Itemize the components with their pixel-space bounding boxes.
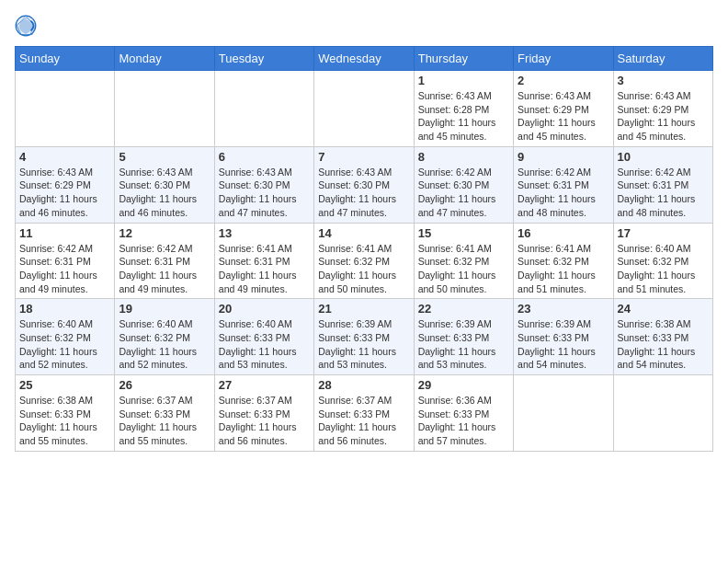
calendar-cell: 5Sunrise: 6:43 AMSunset: 6:30 PMDaylight…: [115, 146, 214, 223]
day-info: Sunrise: 6:39 AMSunset: 6:33 PMDaylight:…: [418, 317, 509, 372]
day-number: 10: [618, 150, 709, 164]
day-number: 24: [618, 302, 709, 316]
day-number: 8: [418, 150, 509, 164]
day-number: 21: [318, 302, 409, 316]
day-number: 17: [618, 226, 709, 240]
day-number: 4: [19, 150, 110, 164]
logo: [15, 15, 40, 37]
week-row-4: 18Sunrise: 6:40 AMSunset: 6:32 PMDayligh…: [16, 299, 713, 375]
day-number: 19: [119, 302, 210, 316]
day-number: 20: [219, 302, 310, 316]
day-number: 26: [119, 378, 210, 392]
calendar-table: SundayMondayTuesdayWednesdayThursdayFrid…: [15, 46, 713, 452]
calendar-cell: 16Sunrise: 6:41 AMSunset: 6:32 PMDayligh…: [514, 223, 613, 299]
day-info: Sunrise: 6:41 AMSunset: 6:32 PMDaylight:…: [518, 242, 609, 296]
calendar-cell: 9Sunrise: 6:42 AMSunset: 6:31 PMDaylight…: [514, 146, 613, 223]
day-info: Sunrise: 6:38 AMSunset: 6:33 PMDaylight:…: [19, 394, 110, 448]
day-number: 14: [318, 226, 409, 240]
calendar-cell: 21Sunrise: 6:39 AMSunset: 6:33 PMDayligh…: [314, 299, 414, 375]
calendar-cell: [115, 71, 214, 147]
calendar-cell: 26Sunrise: 6:37 AMSunset: 6:33 PMDayligh…: [115, 375, 214, 452]
day-info: Sunrise: 6:40 AMSunset: 6:32 PMDaylight:…: [618, 242, 709, 296]
calendar-cell: 10Sunrise: 6:42 AMSunset: 6:31 PMDayligh…: [613, 146, 712, 223]
week-row-2: 4Sunrise: 6:43 AMSunset: 6:29 PMDaylight…: [16, 146, 713, 223]
day-number: 25: [19, 378, 110, 392]
calendar-cell: 15Sunrise: 6:41 AMSunset: 6:32 PMDayligh…: [414, 223, 513, 299]
day-info: Sunrise: 6:38 AMSunset: 6:33 PMDaylight:…: [618, 317, 709, 372]
calendar-cell: 1Sunrise: 6:43 AMSunset: 6:28 PMDaylight…: [414, 71, 513, 147]
day-info: Sunrise: 6:43 AMSunset: 6:30 PMDaylight:…: [119, 166, 210, 220]
calendar-cell: 22Sunrise: 6:39 AMSunset: 6:33 PMDayligh…: [414, 299, 513, 375]
week-row-3: 11Sunrise: 6:42 AMSunset: 6:31 PMDayligh…: [16, 223, 713, 299]
day-info: Sunrise: 6:42 AMSunset: 6:31 PMDaylight:…: [19, 242, 110, 296]
day-header-tuesday: Tuesday: [214, 47, 313, 71]
day-info: Sunrise: 6:41 AMSunset: 6:31 PMDaylight:…: [219, 242, 310, 296]
header-row: SundayMondayTuesdayWednesdayThursdayFrid…: [16, 47, 713, 71]
day-info: Sunrise: 6:41 AMSunset: 6:32 PMDaylight:…: [418, 242, 509, 296]
day-info: Sunrise: 6:40 AMSunset: 6:33 PMDaylight:…: [219, 317, 310, 372]
calendar-cell: 11Sunrise: 6:42 AMSunset: 6:31 PMDayligh…: [16, 223, 115, 299]
calendar-cell: [214, 71, 313, 147]
calendar-cell: 2Sunrise: 6:43 AMSunset: 6:29 PMDaylight…: [514, 71, 613, 147]
day-number: 11: [19, 226, 110, 240]
day-info: Sunrise: 6:37 AMSunset: 6:33 PMDaylight:…: [119, 394, 210, 448]
day-number: 3: [618, 74, 709, 87]
day-info: Sunrise: 6:43 AMSunset: 6:29 PMDaylight:…: [618, 89, 709, 144]
day-header-thursday: Thursday: [414, 47, 513, 71]
day-info: Sunrise: 6:37 AMSunset: 6:33 PMDaylight:…: [219, 394, 310, 448]
day-number: 5: [119, 150, 210, 164]
calendar-cell: 3Sunrise: 6:43 AMSunset: 6:29 PMDaylight…: [613, 71, 712, 147]
calendar-cell: [16, 71, 115, 147]
calendar-cell: 29Sunrise: 6:36 AMSunset: 6:33 PMDayligh…: [414, 375, 513, 452]
day-number: 22: [418, 302, 509, 316]
day-info: Sunrise: 6:39 AMSunset: 6:33 PMDaylight:…: [518, 317, 609, 372]
day-number: 29: [418, 378, 509, 392]
day-info: Sunrise: 6:40 AMSunset: 6:32 PMDaylight:…: [119, 317, 210, 372]
day-header-saturday: Saturday: [613, 47, 712, 71]
day-number: 16: [518, 226, 609, 240]
day-info: Sunrise: 6:39 AMSunset: 6:33 PMDaylight:…: [318, 317, 409, 372]
day-info: Sunrise: 6:41 AMSunset: 6:32 PMDaylight:…: [318, 242, 409, 296]
week-row-1: 1Sunrise: 6:43 AMSunset: 6:28 PMDaylight…: [16, 71, 713, 147]
calendar-cell: 12Sunrise: 6:42 AMSunset: 6:31 PMDayligh…: [115, 223, 214, 299]
day-number: 12: [119, 226, 210, 240]
page: SundayMondayTuesdayWednesdayThursdayFrid…: [0, 0, 728, 563]
calendar-cell: 24Sunrise: 6:38 AMSunset: 6:33 PMDayligh…: [613, 299, 712, 375]
day-info: Sunrise: 6:43 AMSunset: 6:30 PMDaylight:…: [219, 166, 310, 220]
calendar-cell: [314, 71, 414, 147]
calendar-cell: [613, 375, 712, 452]
calendar-cell: 4Sunrise: 6:43 AMSunset: 6:29 PMDaylight…: [16, 146, 115, 223]
day-info: Sunrise: 6:42 AMSunset: 6:31 PMDaylight:…: [518, 166, 609, 220]
day-number: 15: [418, 226, 509, 240]
calendar-cell: 18Sunrise: 6:40 AMSunset: 6:32 PMDayligh…: [16, 299, 115, 375]
day-info: Sunrise: 6:40 AMSunset: 6:32 PMDaylight:…: [19, 317, 110, 372]
day-number: 2: [518, 74, 609, 87]
day-number: 28: [318, 378, 409, 392]
week-row-5: 25Sunrise: 6:38 AMSunset: 6:33 PMDayligh…: [16, 375, 713, 452]
calendar-cell: 19Sunrise: 6:40 AMSunset: 6:32 PMDayligh…: [115, 299, 214, 375]
header: [15, 15, 713, 37]
day-info: Sunrise: 6:37 AMSunset: 6:33 PMDaylight:…: [318, 394, 409, 448]
day-number: 23: [518, 302, 609, 316]
calendar-cell: 28Sunrise: 6:37 AMSunset: 6:33 PMDayligh…: [314, 375, 414, 452]
day-info: Sunrise: 6:43 AMSunset: 6:29 PMDaylight:…: [19, 166, 110, 220]
calendar-cell: 13Sunrise: 6:41 AMSunset: 6:31 PMDayligh…: [214, 223, 313, 299]
day-header-monday: Monday: [115, 47, 214, 71]
calendar-cell: 8Sunrise: 6:42 AMSunset: 6:30 PMDaylight…: [414, 146, 513, 223]
day-header-sunday: Sunday: [16, 47, 115, 71]
day-info: Sunrise: 6:42 AMSunset: 6:31 PMDaylight:…: [618, 166, 709, 220]
calendar-cell: 6Sunrise: 6:43 AMSunset: 6:30 PMDaylight…: [214, 146, 313, 223]
day-info: Sunrise: 6:36 AMSunset: 6:33 PMDaylight:…: [418, 394, 509, 448]
day-number: 18: [19, 302, 110, 316]
day-number: 1: [418, 74, 509, 87]
calendar-cell: 27Sunrise: 6:37 AMSunset: 6:33 PMDayligh…: [214, 375, 313, 452]
day-number: 9: [518, 150, 609, 164]
calendar-cell: 17Sunrise: 6:40 AMSunset: 6:32 PMDayligh…: [613, 223, 712, 299]
calendar-cell: 20Sunrise: 6:40 AMSunset: 6:33 PMDayligh…: [214, 299, 313, 375]
day-header-friday: Friday: [514, 47, 613, 71]
calendar-cell: 14Sunrise: 6:41 AMSunset: 6:32 PMDayligh…: [314, 223, 414, 299]
day-number: 13: [219, 226, 310, 240]
logo-icon: [15, 15, 37, 37]
day-number: 7: [318, 150, 409, 164]
day-info: Sunrise: 6:43 AMSunset: 6:29 PMDaylight:…: [518, 89, 609, 144]
